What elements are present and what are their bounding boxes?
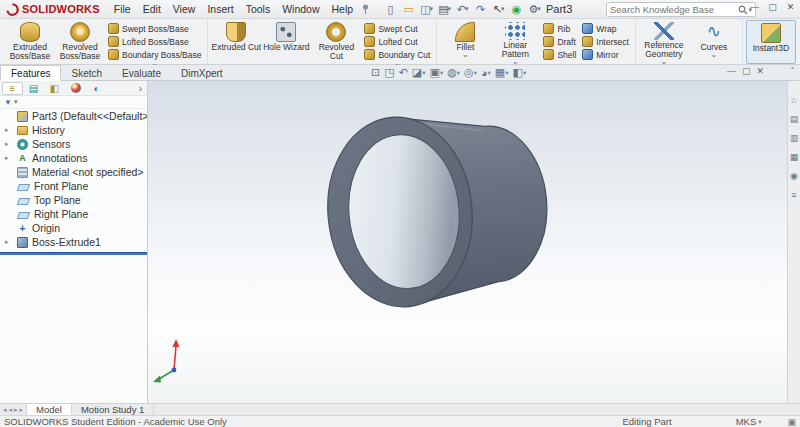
rollback-bar[interactable] xyxy=(0,252,147,255)
view-settings-icon[interactable]: ◧▾ xyxy=(512,66,528,79)
options-icon[interactable]: ⚙▾ xyxy=(526,2,543,17)
rib-button[interactable]: Rib xyxy=(540,22,579,35)
maximize-button[interactable]: ▢ xyxy=(766,2,779,12)
appearances-icon[interactable]: ◉ xyxy=(789,171,800,181)
file-explorer-icon[interactable]: ▥ xyxy=(789,133,800,143)
design-library-icon[interactable]: ▤ xyxy=(789,114,800,124)
doc-restore-button[interactable]: ▢ xyxy=(742,66,751,76)
menu-edit[interactable]: Edit xyxy=(137,2,167,16)
collapse-ribbon-icon[interactable]: ˆ xyxy=(791,66,794,76)
expand-arrow-icon[interactable]: ▸ xyxy=(5,140,9,148)
menu-view[interactable]: View xyxy=(167,2,202,16)
lofted-cut-button[interactable]: Lofted Cut xyxy=(361,35,433,48)
revolved-boss-base-button[interactable]: Revolved Boss/Base xyxy=(55,20,105,64)
tab-dimxpert[interactable]: DimXpert xyxy=(171,65,233,80)
graphics-viewport[interactable] xyxy=(148,81,787,403)
displaymanager-tab[interactable]: ◐ xyxy=(86,82,107,95)
flyout-caret-icon[interactable]: ⌄ xyxy=(711,52,718,57)
dimxpertmanager-tab[interactable] xyxy=(65,82,86,95)
swept-cut-button[interactable]: Swept Cut xyxy=(361,22,433,35)
mirror-button[interactable]: Mirror xyxy=(579,48,632,61)
doc-close-button[interactable]: ✕ xyxy=(756,66,764,76)
linear-pattern-button[interactable]: Linear Pattern ⌄ xyxy=(490,20,540,64)
expand-arrow-icon[interactable]: ▸ xyxy=(5,126,9,134)
curves-button[interactable]: ∿ Curves ⌄ xyxy=(689,20,739,64)
tree-item-sensors[interactable]: ▸ Sensors xyxy=(0,137,147,151)
caret-icon[interactable]: ▾ xyxy=(14,98,18,106)
tree-item-top-plane[interactable]: Top Plane xyxy=(0,193,147,207)
motion-study-tab[interactable]: Motion Study 1 xyxy=(72,404,154,415)
tree-item-origin[interactable]: + Origin xyxy=(0,221,147,235)
swept-boss-base-button[interactable]: Swept Boss/Base xyxy=(105,22,204,35)
unit-system-selector[interactable]: MKS ▾ xyxy=(736,416,762,427)
select-icon[interactable]: ↖▾ xyxy=(490,2,507,17)
edit-appearance-icon[interactable]: ◕▾ xyxy=(480,67,492,79)
tab-scroll-first-icon[interactable]: ◂ xyxy=(3,406,7,414)
knowledge-base-search[interactable]: ▾ xyxy=(606,2,756,17)
tree-item-boss-extrude1[interactable]: ▸ Boss-Extrude1 xyxy=(0,235,147,249)
tree-item-right-plane[interactable]: Right Plane xyxy=(0,207,147,221)
zoom-to-area-icon[interactable]: ◳ xyxy=(383,66,395,79)
panel-flyout-chevron-icon[interactable]: › xyxy=(136,83,145,94)
model-canvas[interactable] xyxy=(148,81,787,403)
tree-item-part[interactable]: Part3 (Default<<Default>_Display S xyxy=(0,109,147,123)
view-palette-icon[interactable]: ▦ xyxy=(789,152,800,162)
menu-window[interactable]: Window xyxy=(276,2,325,16)
section-view-icon[interactable]: ◪▾ xyxy=(411,66,427,79)
extruded-cut-button[interactable]: Extruded Cut xyxy=(211,20,261,64)
tab-scroll-left-icon[interactable]: ◂ xyxy=(9,406,13,414)
status-tag-icon[interactable]: ▣ xyxy=(787,417,796,427)
resources-icon[interactable]: ⌂ xyxy=(789,95,800,105)
expand-arrow-icon[interactable]: ▸ xyxy=(5,154,9,162)
close-button[interactable]: ✕ xyxy=(784,2,797,12)
instant3d-button[interactable]: Instant3D xyxy=(746,20,796,64)
tree-item-history[interactable]: ▸ History xyxy=(0,123,147,137)
flyout-caret-icon[interactable]: ⌄ xyxy=(661,59,668,64)
menu-insert[interactable]: Insert xyxy=(201,2,239,16)
custom-properties-icon[interactable]: ≡ xyxy=(789,190,800,200)
display-style-icon[interactable]: ◍▾ xyxy=(446,66,461,79)
intersect-button[interactable]: Intersect xyxy=(579,35,632,48)
wrap-button[interactable]: Wrap xyxy=(579,22,632,35)
lofted-boss-base-button[interactable]: Lofted Boss/Base xyxy=(105,35,204,48)
configurationmanager-tab[interactable]: ◧ xyxy=(44,82,65,95)
open-icon[interactable]: ▭ xyxy=(400,2,417,17)
draft-button[interactable]: Draft xyxy=(540,35,579,48)
flyout-caret-icon[interactable]: ⌄ xyxy=(512,59,519,64)
tab-sketch[interactable]: Sketch xyxy=(61,65,112,80)
undo-icon[interactable]: ↶▾ xyxy=(454,2,471,17)
hide-show-items-icon[interactable]: ◎▾ xyxy=(463,66,478,79)
menu-file[interactable]: File xyxy=(108,2,137,16)
tree-item-front-plane[interactable]: Front Plane xyxy=(0,179,147,193)
rebuild-icon[interactable]: ◉ xyxy=(508,2,525,17)
search-input[interactable] xyxy=(610,4,738,15)
zoom-to-fit-icon[interactable]: ⊡ xyxy=(370,66,381,79)
filter-icon[interactable]: ▼ xyxy=(4,98,12,107)
expand-arrow-icon[interactable]: ▸ xyxy=(5,238,9,246)
menu-tools[interactable]: Tools xyxy=(240,2,277,16)
tree-item-annotations[interactable]: ▸ A Annotations xyxy=(0,151,147,165)
new-icon[interactable]: ▯ xyxy=(382,2,399,17)
print-icon[interactable]: ▤▾ xyxy=(436,2,453,17)
fillet-button[interactable]: Fillet ⌄ xyxy=(440,20,490,64)
tab-evaluate[interactable]: Evaluate xyxy=(112,65,171,80)
model-tab[interactable]: Model xyxy=(26,404,72,415)
tab-scroll-last-icon[interactable]: ▸ xyxy=(20,406,24,414)
revolved-cut-button[interactable]: Revolved Cut xyxy=(311,20,361,64)
view-orientation-icon[interactable]: ▣▾ xyxy=(429,66,445,79)
propertymanager-tab[interactable]: ▤ xyxy=(23,82,44,95)
hollow-cylinder-model[interactable] xyxy=(320,105,555,313)
featuremanager-tab[interactable]: ≡ xyxy=(2,82,23,95)
doc-minimize-button[interactable]: — xyxy=(727,66,736,76)
reference-geometry-button[interactable]: Reference Geometry ⌄ xyxy=(639,20,689,64)
tree-item-material[interactable]: Material <not specified> xyxy=(0,165,147,179)
shell-button[interactable]: Shell xyxy=(540,48,579,61)
redo-icon[interactable]: ↷ xyxy=(472,2,489,17)
tab-scroll-right-icon[interactable]: ▸ xyxy=(14,406,18,414)
save-icon[interactable]: ◫▾ xyxy=(418,2,435,17)
tab-features[interactable]: Features xyxy=(0,65,61,81)
hole-wizard-button[interactable]: Hole Wizard xyxy=(261,20,311,64)
extruded-boss-base-button[interactable]: Extruded Boss/Base xyxy=(5,20,55,64)
search-icon[interactable] xyxy=(738,5,748,15)
previous-view-icon[interactable]: ↶ xyxy=(398,66,409,79)
